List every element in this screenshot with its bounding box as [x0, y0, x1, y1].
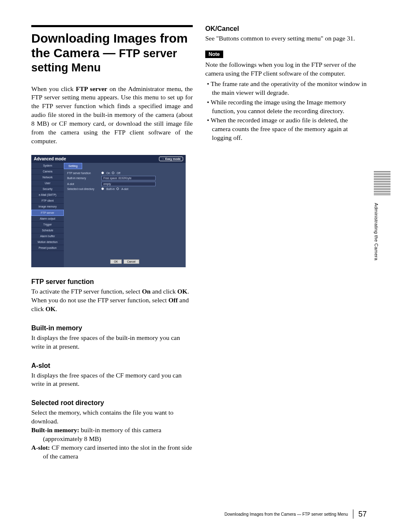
- heading-ok-cancel: OK/Cancel: [205, 25, 367, 33]
- opt-off: Off: [117, 172, 121, 175]
- label-ftp-func: FTP server function: [67, 172, 100, 175]
- label-root: Selected root directory: [67, 187, 100, 190]
- nav-item: Schedule: [31, 228, 64, 233]
- bold-off: Off: [169, 296, 178, 304]
- nav-item: User: [31, 180, 64, 186]
- opt-aslot: A-slot: [121, 187, 128, 190]
- shot-main: Setting FTP server function On Off Built…: [64, 163, 186, 267]
- radio-on-icon: [101, 172, 104, 174]
- easy-mode-button: → Easy mode: [159, 157, 183, 161]
- intro-paragraph: When you click FTP server on the Adminis…: [31, 85, 193, 146]
- t: .: [55, 305, 57, 312]
- note-bullet: While recording the image using the Imag…: [205, 98, 367, 116]
- note-bullets: The frame rate and the operativity of th…: [205, 80, 367, 142]
- radio-off-icon: [112, 172, 114, 174]
- nav-item: System: [31, 163, 64, 169]
- term-builtin: Built-in memory:: [31, 426, 79, 433]
- settings-screenshot: Advanced mode → Easy mode System Camera …: [31, 155, 186, 267]
- label-builtin: Built-in memory: [67, 177, 100, 180]
- field-freespace: Free space :8192Kbyte: [101, 176, 156, 180]
- label-aslot: A-slot: [67, 182, 100, 185]
- root-p: Select the memory, which contains the fi…: [31, 408, 193, 426]
- tab-setting: Setting: [64, 163, 82, 169]
- shot-ok-button: OK: [110, 259, 121, 264]
- builtin-p: It displays the free spaces of the built…: [31, 334, 193, 351]
- bold-ok: OK: [177, 288, 187, 295]
- footer-divider: [353, 509, 353, 519]
- shot-header: Advanced mode → Easy mode: [31, 155, 186, 163]
- t: .: [187, 288, 189, 295]
- heading-ftp-function: FTP server function: [31, 278, 193, 286]
- nav-item: Security: [31, 186, 64, 192]
- radio-aslot-icon: [116, 187, 119, 190]
- title-dash: —: [99, 46, 119, 60]
- note-intro: Note the followings when you log in the …: [205, 61, 367, 78]
- shot-cancel-button: Cancel: [123, 259, 139, 264]
- shot-nav: System Camera Network User Security e-Ma…: [31, 163, 64, 267]
- def-aslot: A-slot: CF memory card inserted into the…: [31, 443, 193, 461]
- bold-ok: OK: [45, 305, 55, 312]
- shot-mode: Advanced mode: [34, 157, 66, 161]
- nav-item: Camera: [31, 169, 64, 175]
- ok-cancel-p: See "Buttons common to every setting men…: [205, 34, 367, 43]
- footer-text: Downloading Images from the Camera — FTP…: [224, 512, 348, 517]
- side-text: Administrating the Camera: [374, 203, 379, 261]
- intro-bold-ftp: FTP server: [76, 85, 107, 92]
- nav-item: Image memory: [31, 204, 64, 210]
- nav-item: Motion detection: [31, 239, 64, 245]
- opt-builtin: Built-in: [106, 187, 115, 190]
- thumb-index-icon: [374, 171, 390, 196]
- page-number: 57: [358, 510, 367, 519]
- side-tab: Administrating the Camera: [374, 171, 390, 261]
- section-rule: [31, 25, 193, 27]
- bold-on: On: [142, 288, 151, 295]
- note-bullet: When the recorded image or audio file is…: [205, 116, 367, 142]
- radio-builtin-icon: [101, 187, 104, 190]
- term-aslot: A-slot:: [31, 444, 50, 451]
- page-footer: Downloading Images from the Camera — FTP…: [224, 509, 367, 519]
- aslot-p: It displays the free spaces of the CF me…: [31, 371, 193, 389]
- ftp-func-p1: To activate the FTP server function, sel…: [31, 287, 193, 296]
- nav-item: Network: [31, 175, 64, 180]
- t: To activate the FTP server function, sel…: [31, 288, 142, 295]
- t: When you do not use the FTP server funct…: [31, 296, 169, 304]
- note-bullet: The frame rate and the operativity of th…: [205, 80, 367, 97]
- nav-item: Preset position: [31, 245, 64, 251]
- heading-builtin: Built-in memory: [31, 324, 193, 332]
- def-aslot-text: CF memory card inserted into the slot in…: [43, 444, 192, 460]
- nav-item: e-Mail (SMTP): [31, 192, 64, 198]
- heading-root: Selected root directory: [31, 399, 193, 407]
- nav-item: Alarm buffer: [31, 233, 64, 239]
- heading-aslot: A-slot: [31, 362, 193, 370]
- nav-item: Trigger: [31, 222, 64, 228]
- def-builtin: Built-in memory: built-in memory of this…: [31, 426, 193, 443]
- ftp-func-p2: When you do not use the FTP server funct…: [31, 296, 193, 314]
- note-label: Note: [205, 51, 223, 58]
- t: and click: [151, 288, 177, 295]
- field-aslot: empty: [101, 182, 156, 186]
- intro-text-a: When you click: [31, 85, 76, 92]
- opt-on: On: [106, 172, 110, 175]
- page-title: Downloading Images from the Camera — FTP…: [31, 31, 193, 75]
- nav-item: Alarm output: [31, 216, 64, 222]
- intro-text-c: on the Administrator menu, the FTP serve…: [31, 85, 193, 145]
- nav-item-active: FTP server: [31, 210, 64, 216]
- nav-item: FTP client: [31, 198, 64, 204]
